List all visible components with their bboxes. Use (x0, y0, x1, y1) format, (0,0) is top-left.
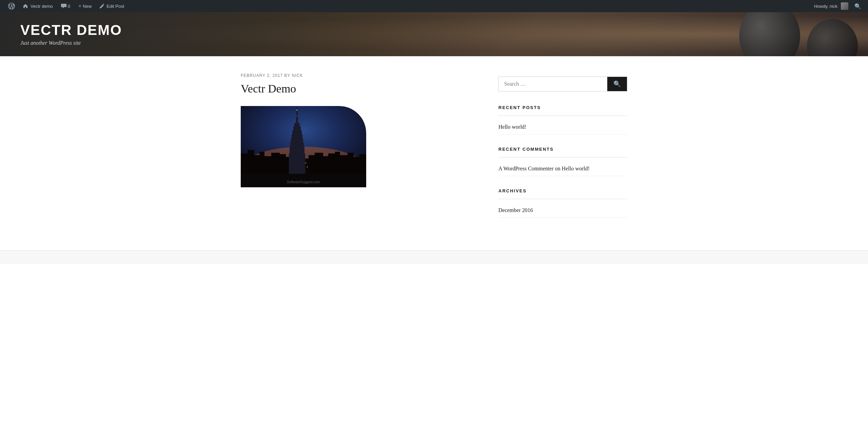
archives-divider (498, 199, 627, 199)
svg-rect-73 (309, 155, 315, 174)
header-overlay (0, 12, 868, 56)
recent-comments-divider (498, 157, 627, 157)
edit-post-button[interactable]: Edit Post (96, 0, 128, 12)
search-widget: 🔍 (498, 77, 627, 91)
svg-rect-83 (293, 126, 301, 130)
svg-rect-68 (259, 152, 264, 174)
recent-posts-title: RECENT POSTS (498, 105, 627, 110)
search-mag-icon: 🔍 (613, 80, 621, 88)
site-name-button[interactable]: Vectr demo (19, 0, 57, 12)
svg-rect-77 (335, 152, 340, 174)
svg-rect-51 (307, 167, 308, 167)
comment-connector: on (554, 166, 562, 171)
edit-post-label: Edit Post (106, 4, 124, 9)
howdy-label: Howdy, nick (814, 4, 837, 9)
svg-rect-70 (271, 153, 280, 174)
svg-rect-71 (280, 154, 286, 174)
sidebar: 🔍 RECENT POSTS Hello world! RECENT COMME… (498, 73, 627, 230)
archives-title: ARCHIVES (498, 188, 627, 193)
post-image-container: SoftwareSuggest.com (241, 106, 478, 189)
comments-button[interactable]: 0 (57, 0, 74, 12)
svg-rect-75 (323, 156, 329, 174)
svg-rect-92 (297, 106, 297, 110)
site-footer (0, 250, 868, 264)
search-button[interactable]: 🔍 (607, 77, 627, 91)
header-sphere-decoration (739, 12, 800, 56)
comment-count: 0 (68, 4, 70, 9)
search-input[interactable] (499, 77, 607, 91)
recent-comment-item: A WordPress Commenter on Hello world! (498, 162, 627, 176)
admin-search-icon[interactable]: 🔍 (852, 3, 864, 9)
recent-posts-section: RECENT POSTS Hello world! (498, 105, 627, 134)
svg-rect-85 (292, 134, 302, 139)
comment-icon (61, 4, 66, 8)
svg-text:SoftwareSuggest.com: SoftwareSuggest.com (287, 180, 320, 184)
svg-rect-78 (340, 155, 348, 174)
post-title: Vectr Demo (241, 82, 478, 96)
svg-rect-86 (291, 139, 303, 143)
recent-comments-title: RECENT COMMENTS (498, 147, 627, 152)
admin-bar-left: Vectr demo 0 + New Edit Post (4, 0, 814, 12)
comment-post-link[interactable]: Hello world! (562, 166, 590, 171)
svg-rect-79 (348, 153, 354, 174)
svg-rect-87 (290, 143, 304, 147)
site-name-label: Vectr demo (31, 4, 53, 9)
svg-point-93 (297, 109, 298, 110)
svg-rect-21 (305, 163, 306, 163)
site-header: VECTR DEMO Just another WordPress site (0, 12, 868, 56)
recent-post-hello-world[interactable]: Hello world! (498, 120, 627, 134)
new-button[interactable]: + New (74, 0, 96, 12)
recent-comments-section: RECENT COMMENTS A WordPress Commenter on… (498, 147, 627, 176)
wp-logo-icon (8, 3, 15, 9)
post-featured-image: SoftwareSuggest.com (241, 106, 366, 187)
site-tagline: Just another WordPress site (20, 40, 122, 46)
svg-rect-94 (297, 116, 297, 117)
svg-rect-84 (292, 130, 302, 134)
primary-content: FEBRUARY 2, 2017 BY NICK Vectr Demo (241, 73, 478, 230)
header-content: VECTR DEMO Just another WordPress site (20, 22, 122, 46)
site-title: VECTR DEMO (20, 22, 122, 38)
admin-bar: Vectr demo 0 + New Edit Post Howdy, nick… (0, 0, 868, 12)
svg-rect-88 (290, 147, 304, 153)
svg-rect-80 (353, 157, 360, 174)
svg-rect-74 (315, 153, 323, 174)
archives-section: ARCHIVES December 2016 (498, 188, 627, 218)
user-avatar (841, 2, 848, 10)
svg-rect-76 (328, 153, 335, 174)
svg-rect-81 (359, 154, 366, 174)
edit-icon (100, 4, 104, 8)
archive-december-2016[interactable]: December 2016 (498, 203, 627, 218)
svg-rect-69 (264, 156, 271, 174)
svg-rect-66 (248, 150, 254, 174)
svg-rect-90 (296, 116, 298, 124)
svg-rect-67 (254, 155, 260, 174)
post-meta: FEBRUARY 2, 2017 BY NICK (241, 73, 478, 78)
new-label: New (83, 4, 92, 9)
wp-logo-button[interactable] (4, 0, 19, 12)
admin-bar-right: Howdy, nick 🔍 (814, 2, 864, 10)
home-icon (23, 4, 28, 8)
recent-posts-divider (498, 115, 627, 116)
main-container: FEBRUARY 2, 2017 BY NICK Vectr Demo (231, 56, 637, 250)
svg-rect-89 (289, 153, 305, 174)
new-icon: + (78, 3, 81, 9)
commenter-link[interactable]: A WordPress Commenter (498, 166, 554, 171)
